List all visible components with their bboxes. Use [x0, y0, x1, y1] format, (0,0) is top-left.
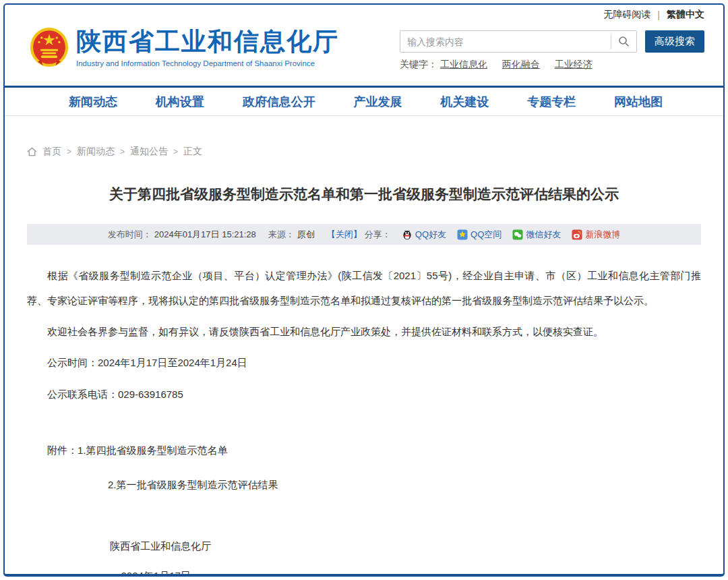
share-weibo-label: 新浪微博: [585, 229, 620, 241]
home-icon: [27, 147, 37, 156]
main-nav: 新闻动态 机构设置 政府信息公开 产业发展 机关建设 专题专栏 网站地图: [5, 86, 723, 116]
search-icon[interactable]: [611, 34, 636, 49]
article-body: 根据《省级服务型制造示范企业（项目、平台）认定管理办法》(陕工信发〔2021〕5…: [27, 264, 701, 577]
page-container: 无障碍阅读 | 繁體中文 陕西省工业和信息化厅 Industry: [3, 3, 725, 577]
article-title: 关于第四批省级服务型制造示范名单和第一批省级服务型制造示范评估结果的公示: [27, 185, 701, 204]
keywords-label: 关键字：: [400, 59, 437, 69]
share-wechat-label: 微信好友: [526, 229, 561, 241]
site-title: 陕西省工业和信息化厅: [76, 28, 339, 57]
article-page: 首页 > 新闻动态 > 通知公告 > 正文 关于第四批省级服务型制造示范名单和第…: [5, 146, 723, 577]
breadcrumb: 首页 > 新闻动态 > 通知公告 > 正文: [27, 146, 701, 158]
search-keywords: 关键字： 工业信息化 两化融合 工业经济: [400, 59, 704, 71]
share-wechat[interactable]: 微信好友: [512, 229, 561, 241]
source-label: 来源：: [268, 229, 295, 241]
breadcrumb-current: 正文: [183, 146, 202, 158]
signature-department: 陕西省工业和信息化厅: [27, 538, 701, 555]
utility-separator: |: [657, 9, 660, 20]
breadcrumb-separator: >: [173, 147, 178, 156]
share-qq-friend[interactable]: QQ好友: [402, 229, 446, 241]
paragraph-supervision: 欢迎社会各界参与监督，如有异议，请反馈陕西省工业和信息化厅产业政策处，并提供佐证…: [27, 323, 701, 341]
keyword-link-industry-informatization[interactable]: 工业信息化: [440, 59, 487, 69]
paragraph-contact-phone: 公示联系电话：029-63916785: [27, 386, 701, 403]
site-header: 陕西省工业和信息化厅 Industry and Information Tech…: [5, 25, 723, 86]
breadcrumb-separator: >: [120, 147, 125, 156]
publish-time: 2024年01月17日 15:21:28: [154, 229, 256, 241]
search-box: [400, 30, 637, 53]
share-label: 分享：: [365, 229, 391, 241]
source-value: 原创: [297, 229, 315, 241]
nav-item-organization[interactable]: 机构设置: [156, 94, 204, 110]
attachment-1: 附件：1.第四批省级服务型制造示范名单: [27, 442, 701, 459]
site-title-english: Industry and Information Technology Depa…: [76, 59, 339, 67]
advanced-search-button[interactable]: 高级搜索: [645, 30, 704, 53]
article-meta-bar: 发布时间：2024年01月17日 15:21:28 来源：原创 【关闭】 分享：…: [27, 224, 701, 245]
close-button[interactable]: 【关闭】: [327, 229, 362, 241]
share-qq-friend-label: QQ好友: [415, 229, 446, 241]
nav-item-gov-info[interactable]: 政府信息公开: [243, 94, 315, 110]
nav-item-sitemap[interactable]: 网站地图: [614, 94, 663, 110]
breadcrumb-home[interactable]: 首页: [42, 146, 61, 158]
paragraph-publicity-period: 公示时间：2024年1月17日至2024年1月24日: [27, 354, 701, 372]
search-area: 高级搜索 关键字： 工业信息化 两化融合 工业经济: [400, 25, 704, 86]
accessibility-link[interactable]: 无障碍阅读: [603, 9, 650, 21]
signature-date: 2024年1月17日: [27, 567, 701, 577]
weibo-icon: [572, 229, 582, 240]
nav-item-news[interactable]: 新闻动态: [69, 94, 117, 110]
share-qq-zone-label: QQ空间: [471, 229, 502, 241]
brand[interactable]: 陕西省工业和信息化厅 Industry and Information Tech…: [29, 25, 339, 86]
wechat-icon: [512, 229, 523, 240]
share-qq-zone[interactable]: QQ空间: [457, 229, 502, 241]
utility-bar: 无障碍阅读 | 繁體中文: [5, 5, 723, 25]
brand-text: 陕西省工业和信息化厅 Industry and Information Tech…: [76, 26, 339, 67]
paragraph-basis: 根据《省级服务型制造示范企业（项目、平台）认定管理办法》(陕工信发〔2021〕5…: [27, 264, 701, 314]
publish-time-label: 发布时间：: [108, 229, 152, 241]
share-weibo[interactable]: 新浪微博: [572, 229, 620, 241]
search-input[interactable]: [400, 31, 611, 52]
traditional-chinese-link[interactable]: 繁體中文: [667, 9, 704, 21]
attachment-2: 2.第一批省级服务型制造示范评估结果: [27, 476, 701, 494]
nav-item-agency-building[interactable]: 机关建设: [440, 94, 489, 110]
nav-item-industry-dev[interactable]: 产业发展: [353, 94, 402, 110]
breadcrumb-separator: >: [67, 147, 71, 156]
nav-item-special-columns[interactable]: 专题专栏: [527, 94, 576, 110]
keyword-link-integration[interactable]: 两化融合: [502, 59, 540, 69]
qq-zone-icon: [457, 229, 468, 240]
breadcrumb-notices[interactable]: 通知公告: [130, 146, 168, 158]
national-emblem-logo: [29, 26, 69, 68]
qq-friend-icon: [402, 229, 413, 240]
keyword-link-industrial-economy[interactable]: 工业经济: [555, 59, 593, 69]
breadcrumb-news[interactable]: 新闻动态: [77, 146, 115, 158]
